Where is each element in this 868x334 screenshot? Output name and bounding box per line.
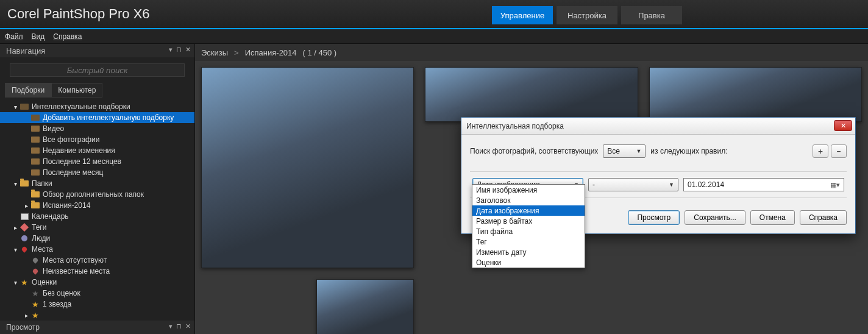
tree-spain[interactable]: ▸Испания-2014	[0, 200, 194, 211]
bc-thumbs[interactable]: Эскизы	[201, 48, 228, 57]
dropdown-option[interactable]: Имя изображения	[472, 185, 585, 195]
nav-tabs: Подборки Компьютер	[0, 83, 194, 98]
add-rule-button[interactable]: ＋	[813, 144, 828, 158]
date-input[interactable]: 01.02.2014▦▾	[683, 178, 844, 191]
tree-two-star[interactable]: ▸★	[0, 310, 194, 321]
tree-calendar[interactable]: Календарь	[0, 211, 194, 222]
panel-pin-icon[interactable]: ⊓	[176, 46, 182, 54]
nav-tab-picks[interactable]: Подборки	[5, 83, 51, 98]
dialog-titlebar[interactable]: Интеллектуальная подборка ✕	[461, 118, 855, 135]
thumbnail[interactable]	[201, 67, 414, 268]
view-panel-title: Просмотр	[6, 323, 40, 332]
menu-file[interactable]: Файл	[5, 32, 23, 41]
tree-folders[interactable]: ▾Папки	[0, 178, 194, 189]
remove-rule-button[interactable]: －	[831, 144, 847, 158]
nav-panel-header: Навигация ▾ ⊓ ✕	[0, 44, 194, 57]
preview-button[interactable]: Просмотр	[628, 210, 680, 225]
dropdown-option[interactable]: Оценки	[472, 257, 585, 268]
search-input[interactable]	[10, 63, 185, 77]
nav-tree: ▾Интеллектуальные подборки Добавить инте…	[0, 98, 194, 321]
dialog-find-label: Поиск фотографий, соответствующих	[470, 147, 598, 155]
tree-unknown-places[interactable]: Неизвестные места	[0, 266, 194, 277]
dropdown-option[interactable]: Дата изображения	[472, 205, 585, 216]
dialog-title: Интеллектуальная подборка	[466, 122, 564, 130]
panel-pin-icon[interactable]: ⊓	[176, 322, 182, 330]
dropdown-option[interactable]: Изменить дату	[472, 247, 585, 257]
tree-places[interactable]: ▾Места	[0, 244, 194, 255]
tree-people[interactable]: Люди	[0, 233, 194, 244]
panel-close-icon[interactable]: ✕	[185, 322, 191, 330]
tab-manage[interactable]: Управление	[492, 6, 553, 24]
tab-adjust[interactable]: Настройка	[557, 6, 617, 24]
panel-menu-icon[interactable]: ▾	[169, 46, 173, 54]
tree-no-places[interactable]: Места отсутствуют	[0, 255, 194, 266]
sidebar: Навигация ▾ ⊓ ✕ Подборки Компьютер ▾Инте…	[0, 44, 195, 334]
tree-ratings[interactable]: ▾★Оценки	[0, 277, 194, 288]
menu-view[interactable]: Вид	[32, 32, 45, 41]
tab-edit[interactable]: Правка	[621, 6, 682, 24]
tree-no-rating[interactable]: ★Без оценок	[0, 288, 194, 299]
dropdown-option[interactable]: Тег	[472, 236, 585, 247]
thumbnail[interactable]	[425, 67, 638, 122]
tree-all-photos[interactable]: Все фотографии	[0, 134, 194, 145]
operator-select[interactable]: -▼	[588, 178, 678, 191]
menu-help[interactable]: Справка	[53, 32, 82, 41]
nav-tab-computer[interactable]: Компьютер	[51, 83, 102, 98]
tree-recent-changes[interactable]: Недавние изменения	[0, 145, 194, 156]
tree-tags[interactable]: ▸Теги	[0, 222, 194, 233]
panel-menu-icon[interactable]: ▾	[169, 322, 173, 330]
app-title: Corel PaintShop Pro X6	[7, 6, 150, 22]
mode-tabs: Управление Настройка Правка	[492, 6, 682, 24]
dropdown-option[interactable]: Размер в байтах	[472, 216, 585, 226]
thumbnail[interactable]	[649, 67, 862, 122]
tree-last-month[interactable]: Последние месяц	[0, 167, 194, 178]
tree-smart-collections[interactable]: ▾Интеллектуальные подборки	[0, 101, 194, 112]
panel-close-icon[interactable]: ✕	[185, 46, 191, 54]
nav-panel-title: Навигация	[6, 46, 45, 55]
thumbnail[interactable]	[316, 279, 414, 334]
dialog-close-button[interactable]: ✕	[834, 120, 852, 131]
dropdown-option[interactable]: Заголовок	[472, 195, 585, 205]
field-dropdown[interactable]: Имя изображенияЗаголовокДата изображения…	[472, 184, 585, 268]
tree-one-star[interactable]: ★1 звезда	[0, 299, 194, 310]
bc-folder[interactable]: Испания-2014	[245, 48, 297, 57]
tree-extra-folders[interactable]: Обзор дополнительных папок	[0, 189, 194, 200]
tree-last-12-months[interactable]: Последние 12 месяцев	[0, 156, 194, 167]
match-select[interactable]: Все▼	[603, 144, 646, 158]
calendar-icon[interactable]: ▦▾	[830, 181, 840, 189]
view-panel-header: Просмотр ▾ ⊓ ✕	[0, 321, 194, 334]
dialog-rules-label: из следующих правил:	[650, 147, 727, 155]
breadcrumb: Эскизы > Испания-2014 ( 1 / 450 )	[195, 44, 868, 61]
tree-add-smart[interactable]: Добавить интеллектуальную подборку	[0, 112, 194, 123]
title-bar: Corel PaintShop Pro X6 Управление Настро…	[0, 0, 868, 29]
dropdown-option[interactable]: Тип файла	[472, 226, 585, 236]
cancel-button[interactable]: Отмена	[750, 210, 795, 225]
bc-counter: ( 1 / 450 )	[303, 48, 337, 57]
tree-video[interactable]: Видео	[0, 123, 194, 134]
menu-bar: Файл Вид Справка	[0, 29, 868, 44]
save-button[interactable]: Сохранить...	[685, 210, 745, 225]
help-button[interactable]: Справка	[800, 210, 847, 225]
